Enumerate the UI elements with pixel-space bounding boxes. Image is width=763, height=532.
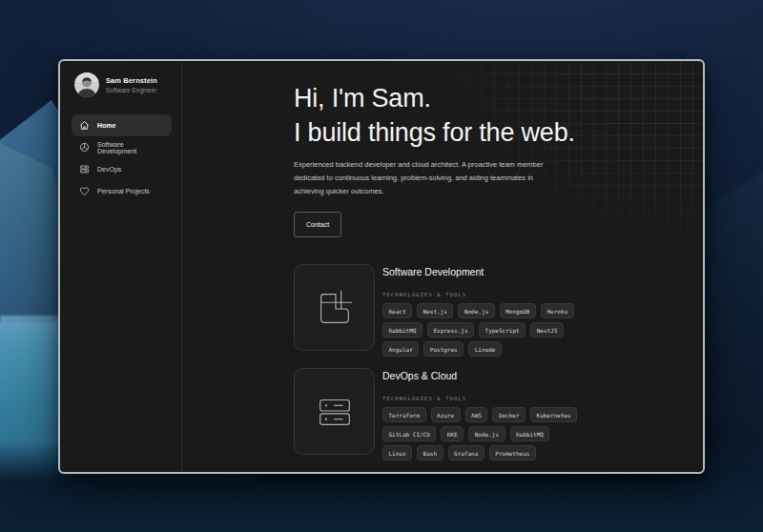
hero-heading-line2: I build things for the web. bbox=[294, 118, 575, 147]
profile-name: Sam Bernstein bbox=[106, 76, 157, 85]
profile: Sam Bernstein Software Engineer bbox=[74, 72, 172, 97]
tech-tag: Next.js bbox=[417, 303, 453, 318]
tech-tag: Prometheus bbox=[489, 445, 536, 460]
contact-button[interactable]: Contact bbox=[294, 212, 341, 237]
section-software-development: Software Development TECHNOLOGIES & TOOL… bbox=[294, 264, 703, 357]
tech-tag: Azure bbox=[431, 407, 461, 422]
portfolio-window: Sam Bernstein Software Engineer Home Sof… bbox=[58, 59, 705, 474]
tech-tag: Kubernetes bbox=[530, 407, 577, 422]
section-title: Software Development bbox=[382, 266, 574, 277]
tag-row: TerraformAzureAWSDockerKubernetes bbox=[382, 407, 577, 422]
hero-heading-line1: Hi, I'm Sam. bbox=[294, 84, 431, 113]
sidebar-item-personal-projects[interactable]: Personal Projects bbox=[72, 180, 172, 202]
sidebar-item-devops[interactable]: DevOps bbox=[72, 158, 172, 180]
hero-heading: Hi, I'm Sam. I build things for the web. bbox=[294, 81, 703, 150]
sidebar: Sam Bernstein Software Engineer Home Sof… bbox=[60, 61, 182, 472]
tag-row: AngularPostgresLinode bbox=[382, 341, 574, 357]
section-title: DevOps & Cloud bbox=[382, 370, 577, 381]
profile-job-title: Software Engineer bbox=[106, 87, 157, 93]
tech-tag: Angular bbox=[382, 341, 419, 357]
section-body: DevOps & Cloud TECHNOLOGIES & TOOLS Terr… bbox=[382, 368, 577, 460]
software-development-tile bbox=[294, 264, 375, 351]
profile-text: Sam Bernstein Software Engineer bbox=[106, 76, 157, 93]
tech-tag: TypeScript bbox=[479, 322, 526, 338]
home-icon bbox=[79, 120, 90, 131]
sidebar-item-label: Home bbox=[97, 122, 115, 129]
sidebar-item-software-development[interactable]: Software Development bbox=[72, 136, 172, 158]
tag-list: TerraformAzureAWSDockerKubernetesGitLab … bbox=[382, 407, 577, 460]
tech-tag: Docker bbox=[492, 407, 526, 422]
tag-list: ReactNext.jsNode.jsMongoDBHerokuRabbitMQ… bbox=[382, 303, 574, 357]
tech-tag: Node.js bbox=[468, 426, 505, 441]
section-body: Software Development TECHNOLOGIES & TOOL… bbox=[382, 264, 574, 357]
tech-tag: RKE bbox=[441, 426, 464, 441]
cube-icon bbox=[79, 142, 90, 153]
tech-tag: Postgres bbox=[423, 341, 464, 357]
main-content: Hi, I'm Sam. I build things for the web.… bbox=[182, 61, 703, 472]
tech-tag: Grafana bbox=[448, 445, 485, 460]
tech-tag: GitLab CI/CD bbox=[382, 426, 436, 441]
sidebar-item-label: Software Development bbox=[97, 141, 164, 154]
tag-row: GitLab CI/CDRKENode.jsRabbitMQ bbox=[382, 426, 577, 441]
sidebar-item-home[interactable]: Home bbox=[72, 114, 172, 136]
tech-tag: RabbitMQ bbox=[510, 426, 550, 441]
avatar-photo bbox=[74, 72, 99, 97]
tech-tag: Heroku bbox=[541, 303, 574, 318]
tech-tag: Linux bbox=[382, 445, 412, 460]
devops-cloud-tile bbox=[294, 368, 375, 455]
sidebar-item-label: DevOps bbox=[97, 166, 121, 173]
sidebar-item-label: Personal Projects bbox=[97, 188, 150, 194]
tech-tag: React bbox=[382, 303, 412, 318]
tech-tag: RabbitMQ bbox=[382, 322, 423, 338]
tech-tag: Node.js bbox=[458, 303, 494, 318]
tech-tag: Bash bbox=[417, 445, 443, 460]
avatar bbox=[74, 72, 99, 97]
tag-row: ReactNext.jsNode.jsMongoDBHeroku bbox=[382, 303, 574, 318]
tools-label: TECHNOLOGIES & TOOLS bbox=[382, 292, 574, 297]
hero-description: Experienced backend developer and cloud … bbox=[294, 158, 555, 198]
tech-tag: Terraform bbox=[382, 407, 426, 422]
tools-label: TECHNOLOGIES & TOOLS bbox=[382, 396, 577, 401]
section-devops-cloud: DevOps & Cloud TECHNOLOGIES & TOOLS Terr… bbox=[294, 368, 703, 460]
server-icon bbox=[79, 164, 90, 174]
heart-icon bbox=[79, 186, 90, 196]
tech-tag: Express.js bbox=[427, 322, 474, 338]
tag-row: LinuxBashGrafanaPrometheus bbox=[382, 445, 577, 460]
tech-tag: Linode bbox=[468, 341, 502, 357]
app-development-icon bbox=[313, 286, 357, 330]
tech-tag: NestJS bbox=[530, 322, 564, 338]
tag-row: RabbitMQExpress.jsTypeScriptNestJS bbox=[382, 322, 574, 338]
tech-tag: AWS bbox=[465, 407, 488, 422]
tech-tag: MongoDB bbox=[500, 303, 536, 318]
server-stack-icon bbox=[313, 390, 357, 434]
sidebar-nav: Home Software Development DevOps bbox=[72, 114, 172, 202]
